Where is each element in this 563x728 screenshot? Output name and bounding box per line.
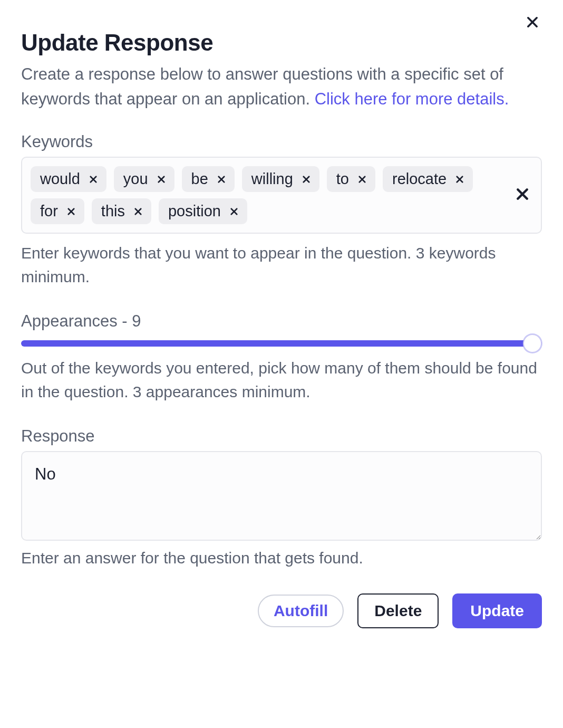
keywords-label: Keywords [21, 132, 542, 151]
update-button[interactable]: Update [452, 593, 542, 628]
autofill-button[interactable]: Autofill [258, 595, 344, 627]
dialog-title: Update Response [21, 30, 542, 56]
response-helper: Enter an answer for the question that ge… [21, 549, 542, 567]
keyword-tag-label: this [101, 203, 125, 220]
keyword-tag: willing [242, 166, 319, 192]
remove-keyword-button[interactable] [228, 206, 240, 217]
close-icon [515, 186, 530, 204]
remove-keyword-button[interactable] [356, 174, 368, 185]
keyword-tag-label: willing [251, 170, 293, 188]
delete-button[interactable]: Delete [357, 593, 439, 628]
close-icon [217, 170, 226, 188]
keywords-helper: Enter keywords that you want to appear i… [21, 241, 542, 289]
keyword-tag-label: to [336, 170, 349, 188]
remove-keyword-button[interactable] [300, 174, 312, 185]
clear-all-keywords-button[interactable] [515, 186, 530, 204]
keyword-tag-label: you [123, 170, 148, 188]
keyword-tag: for [31, 198, 84, 224]
appearances-label: Appearances - 9 [21, 312, 542, 331]
keyword-tag-label: be [191, 170, 208, 188]
appearances-value: 9 [132, 312, 141, 330]
keyword-tag-label: would [40, 170, 80, 188]
close-button[interactable] [525, 15, 540, 30]
response-label: Response [21, 427, 542, 446]
details-link[interactable]: Click here for more details. [315, 90, 509, 108]
close-icon [455, 170, 464, 188]
close-icon [66, 203, 76, 220]
keyword-tag-label: relocate [392, 170, 446, 188]
keyword-tag: you [114, 166, 174, 192]
remove-keyword-button[interactable] [216, 174, 227, 185]
remove-keyword-button[interactable] [454, 174, 465, 185]
keywords-input[interactable]: wouldyoubewillingtorelocateforthispositi… [21, 157, 542, 234]
keyword-tag: this [92, 198, 151, 224]
close-icon [229, 203, 239, 220]
keyword-tag-label: position [168, 203, 221, 220]
keyword-tag: be [182, 166, 235, 192]
close-icon [133, 203, 143, 220]
keyword-tag: would [31, 166, 106, 192]
update-response-dialog: Update Response Create a response below … [0, 0, 563, 649]
keyword-tag-label: for [40, 203, 58, 220]
remove-keyword-button[interactable] [132, 206, 144, 217]
keyword-tag: relocate [383, 166, 473, 192]
close-icon [357, 170, 367, 188]
close-icon [157, 170, 166, 188]
remove-keyword-button[interactable] [65, 206, 77, 217]
dialog-footer: Autofill Delete Update [21, 593, 542, 628]
close-icon [89, 170, 98, 188]
appearances-slider[interactable] [21, 340, 542, 347]
remove-keyword-button[interactable] [156, 174, 167, 185]
appearances-helper: Out of the keywords you entered, pick ho… [21, 356, 542, 404]
remove-keyword-button[interactable] [88, 174, 99, 185]
close-icon [302, 170, 311, 188]
keyword-tag: to [327, 166, 375, 192]
keyword-tag: position [159, 198, 247, 224]
response-textarea[interactable] [21, 451, 542, 541]
dialog-description: Create a response below to answer questi… [21, 62, 542, 111]
